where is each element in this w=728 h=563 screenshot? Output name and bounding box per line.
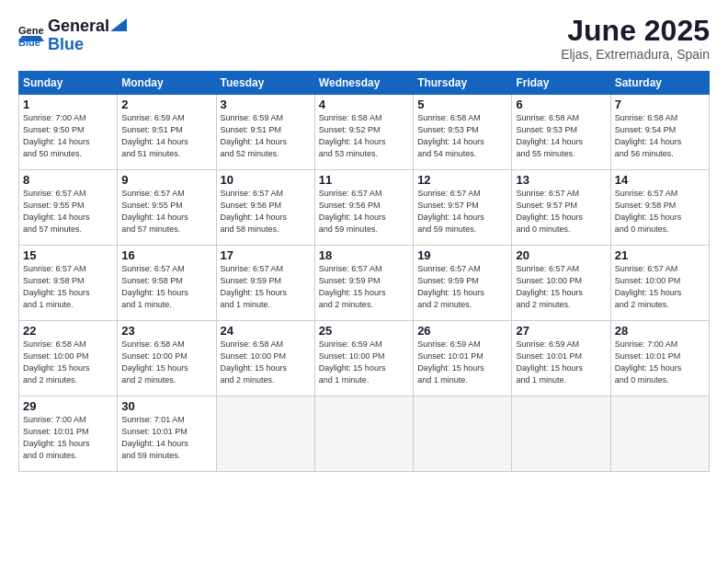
logo-blue-text: Blue <box>48 35 84 53</box>
header-friday: Friday <box>512 72 610 95</box>
day-info: Sunrise: 6:57 AM Sunset: 10:00 PM Daylig… <box>516 263 606 311</box>
cell-w4-d4: 26Sunrise: 6:59 AM Sunset: 10:01 PM Dayl… <box>414 321 512 396</box>
svg-text:General: General <box>18 25 44 36</box>
day-info: Sunrise: 6:57 AM Sunset: 10:00 PM Daylig… <box>615 263 705 311</box>
header-sunday: Sunday <box>19 72 118 95</box>
day-info: Sunrise: 6:58 AM Sunset: 10:00 PM Daylig… <box>121 339 211 386</box>
logo-general-text: General <box>48 17 109 36</box>
header-monday: Monday <box>118 72 216 95</box>
day-info: Sunrise: 6:57 AM Sunset: 9:58 PM Dayligh… <box>121 263 211 311</box>
day-number: 7 <box>615 98 705 111</box>
day-info: Sunrise: 7:00 AM Sunset: 10:01 PM Daylig… <box>23 414 113 462</box>
cell-w1-d0: 1Sunrise: 7:00 AM Sunset: 9:50 PM Daylig… <box>19 95 118 170</box>
day-info: Sunrise: 7:00 AM Sunset: 10:01 PM Daylig… <box>615 339 705 386</box>
cell-w2-d3: 11Sunrise: 6:57 AM Sunset: 9:56 PM Dayli… <box>314 170 413 246</box>
cell-w2-d1: 9Sunrise: 6:57 AM Sunset: 9:55 PM Daylig… <box>118 170 216 246</box>
cell-w1-d3: 4Sunrise: 6:58 AM Sunset: 9:52 PM Daylig… <box>314 95 413 170</box>
day-info: Sunrise: 6:58 AM Sunset: 9:53 PM Dayligh… <box>417 112 507 160</box>
cell-w3-d2: 17Sunrise: 6:57 AM Sunset: 9:59 PM Dayli… <box>216 246 314 321</box>
day-number: 18 <box>319 248 409 262</box>
day-number: 14 <box>615 173 705 187</box>
day-number: 23 <box>121 324 211 338</box>
day-info: Sunrise: 6:57 AM Sunset: 9:57 PM Dayligh… <box>417 188 507 236</box>
day-info: Sunrise: 6:57 AM Sunset: 9:58 PM Dayligh… <box>23 263 113 311</box>
cell-w2-d0: 8Sunrise: 6:57 AM Sunset: 9:55 PM Daylig… <box>19 170 118 246</box>
day-info: Sunrise: 6:58 AM Sunset: 10:00 PM Daylig… <box>221 339 311 386</box>
header-wednesday: Wednesday <box>314 72 413 95</box>
day-info: Sunrise: 6:57 AM Sunset: 9:59 PM Dayligh… <box>319 263 409 311</box>
day-number: 1 <box>23 98 113 111</box>
cell-w5-d6 <box>610 396 709 472</box>
header-thursday: Thursday <box>414 72 512 95</box>
cell-w5-d0: 29Sunrise: 7:00 AM Sunset: 10:01 PM Dayl… <box>19 396 118 472</box>
calendar-subtitle: Eljas, Extremadura, Spain <box>561 47 710 62</box>
cell-w2-d2: 10Sunrise: 6:57 AM Sunset: 9:56 PM Dayli… <box>216 170 314 246</box>
cell-w3-d3: 18Sunrise: 6:57 AM Sunset: 9:59 PM Dayli… <box>314 246 413 321</box>
logo: General Blue General Blue <box>18 15 128 54</box>
day-info: Sunrise: 6:58 AM Sunset: 9:53 PM Dayligh… <box>516 112 606 160</box>
cell-w4-d2: 24Sunrise: 6:58 AM Sunset: 10:00 PM Dayl… <box>216 321 314 396</box>
cell-w1-d6: 7Sunrise: 6:58 AM Sunset: 9:54 PM Daylig… <box>610 95 709 170</box>
logo-triangle-icon <box>110 15 127 31</box>
day-number: 13 <box>516 173 606 187</box>
weekday-header-row: Sunday Monday Tuesday Wednesday Thursday… <box>19 72 710 95</box>
cell-w4-d0: 22Sunrise: 6:58 AM Sunset: 10:00 PM Dayl… <box>19 321 118 396</box>
cell-w2-d6: 14Sunrise: 6:57 AM Sunset: 9:58 PM Dayli… <box>610 170 709 246</box>
day-number: 17 <box>221 248 311 262</box>
logo-icon: General Blue <box>18 21 44 47</box>
week-row-3: 15Sunrise: 6:57 AM Sunset: 9:58 PM Dayli… <box>19 246 710 321</box>
day-info: Sunrise: 6:59 AM Sunset: 10:01 PM Daylig… <box>516 339 606 386</box>
day-number: 10 <box>221 173 311 187</box>
cell-w2-d4: 12Sunrise: 6:57 AM Sunset: 9:57 PM Dayli… <box>414 170 512 246</box>
day-number: 15 <box>23 248 113 262</box>
cell-w3-d1: 16Sunrise: 6:57 AM Sunset: 9:58 PM Dayli… <box>118 246 216 321</box>
cell-w4-d1: 23Sunrise: 6:58 AM Sunset: 10:00 PM Dayl… <box>118 321 216 396</box>
day-info: Sunrise: 6:59 AM Sunset: 9:51 PM Dayligh… <box>121 112 211 160</box>
day-info: Sunrise: 6:59 AM Sunset: 10:01 PM Daylig… <box>417 339 507 386</box>
svg-text:Blue: Blue <box>18 37 40 47</box>
day-info: Sunrise: 6:57 AM Sunset: 9:58 PM Dayligh… <box>615 188 705 236</box>
cell-w5-d1: 30Sunrise: 7:01 AM Sunset: 10:01 PM Dayl… <box>118 396 216 472</box>
day-number: 12 <box>417 173 507 187</box>
day-number: 5 <box>417 98 507 111</box>
cell-w4-d5: 27Sunrise: 6:59 AM Sunset: 10:01 PM Dayl… <box>512 321 610 396</box>
day-info: Sunrise: 6:59 AM Sunset: 9:51 PM Dayligh… <box>221 112 311 160</box>
day-number: 2 <box>121 98 211 111</box>
cell-w5-d5 <box>512 396 610 472</box>
day-number: 19 <box>417 248 507 262</box>
week-row-4: 22Sunrise: 6:58 AM Sunset: 10:00 PM Dayl… <box>19 321 710 396</box>
day-number: 29 <box>23 399 113 413</box>
day-number: 8 <box>23 173 113 187</box>
day-number: 26 <box>417 324 507 338</box>
header: General Blue General Blue June 2025 Elja… <box>18 15 710 62</box>
cell-w1-d1: 2Sunrise: 6:59 AM Sunset: 9:51 PM Daylig… <box>118 95 216 170</box>
day-info: Sunrise: 6:58 AM Sunset: 10:00 PM Daylig… <box>23 339 113 386</box>
header-saturday: Saturday <box>610 72 709 95</box>
day-number: 28 <box>615 324 705 338</box>
day-number: 25 <box>319 324 409 338</box>
week-row-2: 8Sunrise: 6:57 AM Sunset: 9:55 PM Daylig… <box>19 170 710 246</box>
day-number: 16 <box>121 248 211 262</box>
day-info: Sunrise: 6:57 AM Sunset: 9:57 PM Dayligh… <box>516 188 606 236</box>
day-number: 22 <box>23 324 113 338</box>
cell-w3-d0: 15Sunrise: 6:57 AM Sunset: 9:58 PM Dayli… <box>19 246 118 321</box>
cell-w5-d4 <box>414 396 512 472</box>
day-info: Sunrise: 6:57 AM Sunset: 9:56 PM Dayligh… <box>221 188 311 236</box>
day-info: Sunrise: 6:58 AM Sunset: 9:54 PM Dayligh… <box>615 112 705 160</box>
calendar-table: Sunday Monday Tuesday Wednesday Thursday… <box>18 71 710 472</box>
cell-w4-d6: 28Sunrise: 7:00 AM Sunset: 10:01 PM Dayl… <box>610 321 709 396</box>
day-number: 3 <box>221 98 311 111</box>
cell-w3-d5: 20Sunrise: 6:57 AM Sunset: 10:00 PM Dayl… <box>512 246 610 321</box>
cell-w2-d5: 13Sunrise: 6:57 AM Sunset: 9:57 PM Dayli… <box>512 170 610 246</box>
title-block: June 2025 Eljas, Extremadura, Spain <box>561 15 710 62</box>
cell-w5-d2 <box>216 396 314 472</box>
day-number: 30 <box>121 399 211 413</box>
cell-w4-d3: 25Sunrise: 6:59 AM Sunset: 10:00 PM Dayl… <box>314 321 413 396</box>
day-info: Sunrise: 6:57 AM Sunset: 9:55 PM Dayligh… <box>23 188 113 236</box>
day-info: Sunrise: 6:57 AM Sunset: 9:59 PM Dayligh… <box>221 263 311 311</box>
header-tuesday: Tuesday <box>216 72 314 95</box>
cell-w1-d2: 3Sunrise: 6:59 AM Sunset: 9:51 PM Daylig… <box>216 95 314 170</box>
day-number: 6 <box>516 98 606 111</box>
calendar-title: June 2025 <box>561 15 710 47</box>
day-number: 24 <box>221 324 311 338</box>
